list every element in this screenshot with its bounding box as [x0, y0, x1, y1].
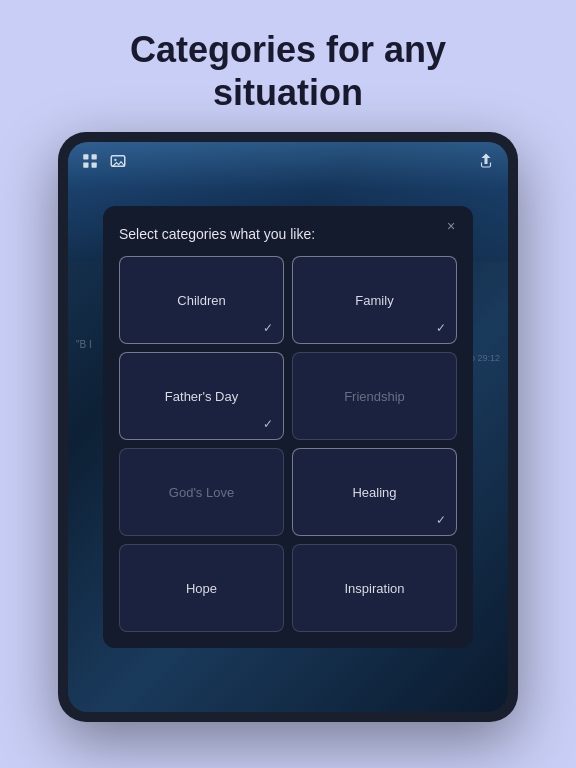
checkmark-icon: ✓ — [436, 321, 446, 335]
category-label-gods-love: God's Love — [169, 485, 234, 500]
tablet-screen: "B I ll, o 29:12 — [68, 142, 508, 712]
modal-overlay: × Select categories what you like: Child… — [68, 142, 508, 712]
page-title: Categories for any situation — [90, 28, 486, 114]
category-label-family: Family — [355, 293, 393, 308]
category-card-friendship[interactable]: Friendship — [292, 352, 457, 440]
modal-close-button[interactable]: × — [441, 216, 461, 236]
checkmark-icon: ✓ — [263, 417, 273, 431]
tablet-device: "B I ll, o 29:12 — [58, 132, 518, 722]
category-card-fathers-day[interactable]: Father's Day ✓ — [119, 352, 284, 440]
category-card-healing[interactable]: Healing ✓ — [292, 448, 457, 536]
category-card-hope[interactable]: Hope — [119, 544, 284, 632]
category-label-children: Children — [177, 293, 225, 308]
category-label-fathers-day: Father's Day — [165, 389, 238, 404]
checkmark-icon: ✓ — [263, 321, 273, 335]
category-card-children[interactable]: Children ✓ — [119, 256, 284, 344]
modal-title: Select categories what you like: — [119, 226, 457, 242]
checkmark-icon: ✓ — [436, 513, 446, 527]
category-label-healing: Healing — [352, 485, 396, 500]
category-modal: × Select categories what you like: Child… — [103, 206, 473, 648]
category-label-hope: Hope — [186, 581, 217, 596]
category-label-friendship: Friendship — [344, 389, 405, 404]
category-label-inspiration: Inspiration — [345, 581, 405, 596]
category-card-inspiration[interactable]: Inspiration — [292, 544, 457, 632]
categories-grid: Children ✓ Family ✓ Father's Day ✓ — [119, 256, 457, 632]
category-card-gods-love[interactable]: God's Love — [119, 448, 284, 536]
category-card-family[interactable]: Family ✓ — [292, 256, 457, 344]
